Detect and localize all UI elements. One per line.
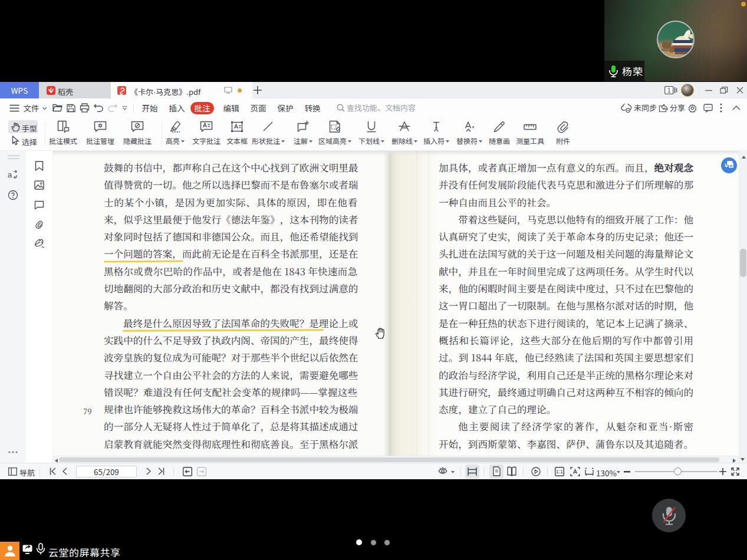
svg-text:1: 1 xyxy=(667,87,671,94)
svg-text:a: a xyxy=(8,170,12,179)
svg-text:1:1: 1:1 xyxy=(556,469,563,475)
